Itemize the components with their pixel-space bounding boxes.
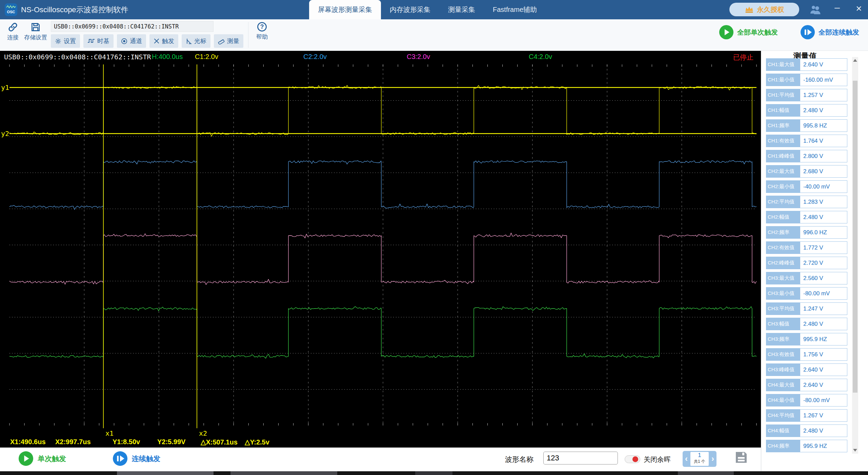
timebase-readout: H:400.0us [152,53,183,61]
visa-address: USB0::0x0699::0x0408::C041762::INSTR [4,53,151,61]
visa-address-input[interactable] [51,21,214,32]
measurement-row: CH1:幅值2.480 V [766,104,847,117]
trigger-button[interactable]: 触发 [149,34,178,48]
page-next-button[interactable]: › [711,454,714,463]
measurement-row: CH1:频率995.8 HZ [766,119,847,132]
channel-button[interactable]: 通道 [117,34,146,48]
page-prev-button[interactable]: ‹ [685,454,688,463]
measurement-row: CH3:峰峰值2.640 V [766,363,847,376]
scrollbar-thumb[interactable] [853,81,857,393]
settings-label: 设置 [64,37,76,45]
user-icon[interactable] [809,4,822,15]
tab-memory-waveform-capture[interactable]: 内存波形采集 [381,0,439,19]
connect-label: 连接 [7,34,19,41]
help-label: 帮助 [256,33,268,41]
measurement-label: CH1:最大值 [766,58,800,71]
panel-scrollbar[interactable] [852,57,858,454]
cursor-x1-readout: X1:490.6us [10,438,46,446]
svg-text:OSC: OSC [7,10,15,14]
crown-icon [745,6,754,14]
play-circle-icon [18,451,34,466]
measurement-value: 2.480 V [800,211,847,223]
license-label: 永久授权 [757,5,784,14]
measurement-row: CH1:平均值1.257 V [766,89,847,101]
cursor-dx-readout: △X:507.1us [201,438,238,446]
minimize-button[interactable]: – [831,2,843,17]
measurement-row: CH4:最小值-80.00 mV [766,394,847,407]
tab-measurement-capture[interactable]: 测量采集 [439,0,484,19]
scroll-down-icon[interactable] [853,449,857,452]
tab-fastframe-assist[interactable]: Fastframe辅助 [484,0,546,19]
measurement-row: CH3:最小值-80.00 mV [766,287,847,300]
waveform-canvas[interactable]: y1y2x1x2 [0,51,761,448]
main-tabs: 屏幕波形测量采集 内存波形采集 测量采集 Fastframe辅助 [309,0,546,19]
measurement-value: -80.00 mV [800,394,847,407]
ch4-scale: C4:2.0v [529,53,552,61]
measurement-row: CH3:频率995.9 HZ [766,333,847,345]
measurement-row: CH3:最大值2.560 V [766,272,847,284]
measurement-label: CH1:峰峰值 [766,150,800,162]
measurement-label: CH3:幅值 [766,318,800,330]
measurement-row: CH4:最大值2.640 V [766,379,847,391]
save-icon [30,22,41,33]
measurement-label: CH2:有效值 [766,241,800,254]
measurement-value: -80.00 mV [800,287,847,300]
measurement-label: CH4:平均值 [766,409,800,422]
trigger-label: 触发 [162,37,174,45]
settings-button[interactable]: 设置 [51,34,80,48]
measure-icon [218,38,225,44]
all-continuous-trigger-button[interactable]: 全部连续触发 [800,25,859,40]
measurement-value: 1.764 V [800,135,847,147]
page-number: 1 [690,452,709,459]
help-button[interactable]: ? 帮助 [253,22,271,41]
measure-button[interactable]: 测量 [214,34,243,48]
single-trigger-button[interactable]: 单次触发 [18,451,66,466]
cursor-button[interactable]: 光标 [182,34,210,48]
measurement-value: 2.560 V [800,272,847,284]
measurement-label: CH4:频率 [766,440,800,452]
measurement-row: CH2:有效值1.772 V [766,241,847,254]
measurement-value: 2.720 V [800,257,847,269]
toolbar-divider [248,22,248,48]
measurement-row: CH1:最小值-160.00 mV [766,74,847,86]
cursor-icon [186,38,192,44]
page-indicator[interactable]: 1 共1 个 [690,452,709,466]
cursor-y1-readout: Y1:8.50v [113,438,140,446]
measurement-row: CH3:幅值2.480 V [766,318,847,330]
measurement-row: CH3:有效值1.756 V [766,348,847,361]
all-continuous-trigger-label: 全部连续触发 [819,28,859,37]
measurement-value: 2.640 V [800,363,847,376]
license-button[interactable]: 永久授权 [729,3,799,16]
measurement-row: CH1:最大值2.640 V [766,58,847,71]
persistence-toggle[interactable] [625,455,640,463]
measurement-label: CH1:频率 [766,119,800,132]
waveform-name-input[interactable] [543,452,618,464]
connect-button[interactable]: 连接 [3,22,22,41]
taskbar-segment [117,471,214,475]
scope-screen[interactable]: y1y2x1x2 USB0::0x0699::0x0408::C041762::… [0,51,761,448]
svg-text:?: ? [260,23,264,30]
status-stopped: 已停止 [733,53,753,62]
measurement-label: CH2:频率 [766,226,800,239]
measurement-label: CH3:有效值 [766,348,800,361]
measurement-value: 1.772 V [800,241,847,254]
measurement-value: -40.00 mV [800,180,847,193]
all-single-trigger-button[interactable]: 全部单次触发 [719,25,778,40]
close-button[interactable]: × [853,3,865,18]
measurement-value: 1.257 V [800,89,847,101]
app-logo-icon: OSC [5,3,17,16]
svg-text:x1: x1 [105,429,114,437]
measurement-value: 2.680 V [800,165,847,178]
save-waveform-button[interactable] [734,450,748,464]
measurement-label: CH3:频率 [766,333,800,345]
storage-settings-button[interactable]: 存储设置 [22,22,49,41]
measurement-value: 1.267 V [800,409,847,422]
tab-screen-waveform-capture[interactable]: 屏幕波形测量采集 [309,0,381,19]
scroll-up-icon[interactable] [853,59,857,62]
measurement-row: CH2:平均值1.283 V [766,196,847,208]
toolbar: 连接 存储设置 设置 [0,19,868,51]
timebase-button[interactable]: 时基 [83,34,114,48]
continuous-trigger-button[interactable]: 连续触发 [113,451,160,466]
measure-label: 测量 [227,37,239,45]
titlebar: OSC NS-Oscilloscope示波器控制软件 屏幕波形测量采集 内存波形… [0,0,868,19]
